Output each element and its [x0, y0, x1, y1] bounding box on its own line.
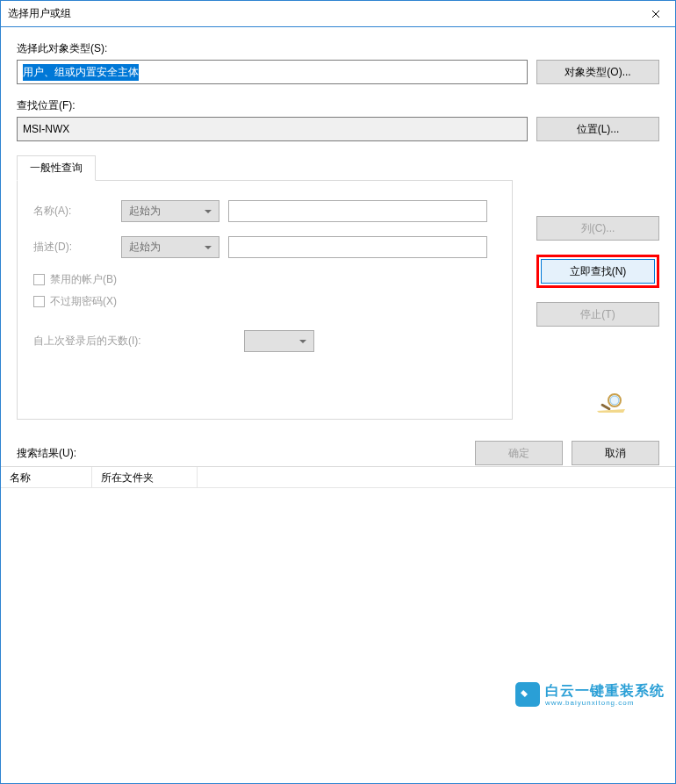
results-label: 搜索结果(U):: [17, 446, 659, 461]
columns-button[interactable]: 列(C)...: [536, 216, 659, 241]
object-type-label: 选择此对象类型(S):: [17, 41, 659, 56]
find-now-highlight: 立即查找(N): [536, 255, 659, 288]
results-area: 名称 所在文件夹 白云一键重装系统 www.baiyunxitong.com: [1, 466, 675, 714]
window-title: 选择用户或组: [8, 6, 71, 21]
watermark-text-cn: 白云一键重装系统: [545, 682, 665, 701]
non-expiring-checkbox[interactable]: [33, 296, 45, 307]
desc-input[interactable]: [228, 236, 487, 258]
close-icon: [651, 10, 660, 18]
name-input[interactable]: [228, 200, 487, 222]
find-now-button[interactable]: 立即查找(N): [541, 259, 655, 284]
name-combo[interactable]: 起始为: [121, 200, 219, 222]
object-type-value: 用户、组或内置安全主体: [23, 64, 139, 81]
name-label: 名称(A):: [33, 204, 112, 219]
results-col-folder[interactable]: 所在文件夹: [92, 467, 198, 487]
titlebar: 选择用户或组: [1, 1, 675, 27]
locations-button[interactable]: 位置(L)...: [536, 117, 659, 141]
object-type-field[interactable]: 用户、组或内置安全主体: [17, 60, 528, 84]
query-panel: 名称(A): 起始为 描述(D): 起始为 禁用的帐户(B) 不过期密码(X) …: [17, 180, 513, 420]
watermark-icon: [515, 682, 540, 707]
disabled-accounts-label: 禁用的帐户(B): [50, 272, 117, 287]
stop-button: 停止(T): [536, 302, 659, 327]
location-label: 查找位置(F):: [17, 98, 659, 113]
location-field[interactable]: MSI-NWX: [17, 117, 528, 141]
cancel-button[interactable]: 取消: [572, 441, 659, 465]
watermark: 白云一键重装系统 www.baiyunxitong.com: [515, 682, 665, 707]
search-icon: [597, 392, 627, 415]
results-col-name[interactable]: 名称: [1, 467, 92, 487]
close-button[interactable]: [636, 1, 675, 26]
disabled-accounts-checkbox[interactable]: [33, 274, 45, 285]
object-types-button[interactable]: 对象类型(O)...: [536, 60, 659, 84]
desc-label: 描述(D):: [33, 240, 112, 255]
location-value: MSI-NWX: [23, 123, 69, 135]
days-since-login-label: 自上次登录后的天数(I):: [33, 334, 235, 349]
non-expiring-label: 不过期密码(X): [50, 294, 117, 309]
days-combo[interactable]: [244, 330, 314, 352]
desc-combo[interactable]: 起始为: [121, 236, 219, 258]
ok-button: 确定: [475, 441, 563, 465]
tab-general-query[interactable]: 一般性查询: [17, 155, 96, 181]
svg-point-1: [610, 396, 619, 405]
